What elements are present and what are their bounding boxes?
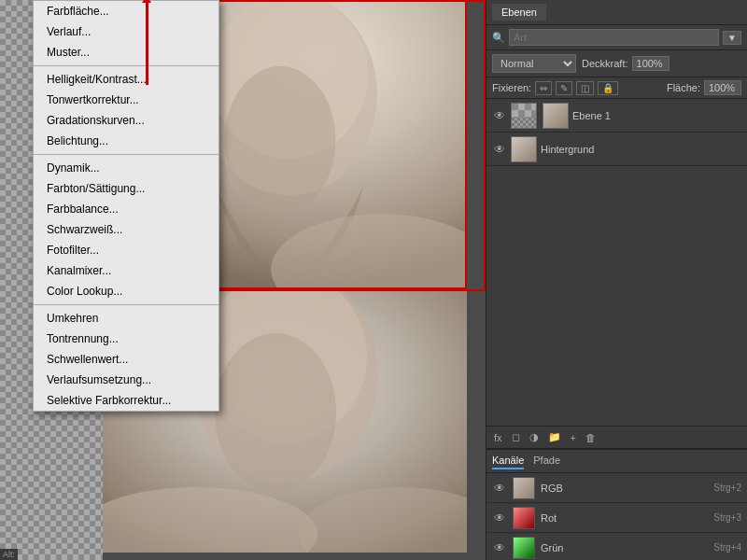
fill-label: Fläche: [667,82,700,93]
layer-thumb-checker-0 [511,103,537,129]
fix-row: Fixieren: ⇔ ✎ ◫ 🔒 Fläche: [486,77,747,99]
layer-item-1[interactable]: 👁 Hintergrund [486,133,747,166]
svg-point-8 [215,333,336,492]
layer-mask-button[interactable]: ◻ [508,429,524,445]
canvas-content: Farbfläche... Verlauf... Muster... Helli… [0,0,486,560]
menu-item-levels[interactable]: Tonwertkorrektur... [34,90,218,110]
channel-name-rgb: RGB [541,483,708,494]
channel-item-green[interactable]: 👁 Grün Strg+4 [486,533,747,560]
channel-name-red: Rot [541,512,708,524]
channel-name-green: Grün [541,542,708,553]
menu-separator-3 [34,304,218,305]
main-container: Farbfläche... Verlauf... Muster... Helli… [0,0,747,560]
fix-all-btn[interactable]: 🔒 [598,81,618,95]
channel-shortcut-rgb: Strg+2 [713,483,741,493]
svg-rect-12 [518,104,525,110]
svg-rect-16 [518,110,525,117]
delete-layer-button[interactable]: 🗑 [582,430,599,445]
fix-pixels-btn[interactable]: ✎ [556,81,572,95]
svg-rect-17 [525,110,531,117]
menu-item-hue-sat[interactable]: Farbton/Sättigung... [34,178,218,199]
channel-thumb-rgb [513,477,535,499]
menu-item-posterize[interactable]: Tontrennung... [34,329,218,349]
channel-eye-rgb[interactable]: 👁 [492,481,507,496]
tab-paths[interactable]: Pfade [533,453,560,469]
svg-rect-13 [525,104,531,110]
opacity-input[interactable] [632,56,669,71]
menu-item-black-white[interactable]: Schwarzweiß... [34,219,218,240]
menu-item-gradient-map[interactable]: Verlaufsumsetzung... [34,370,218,390]
menu-item-selective-color[interactable]: Selektive Farbkorrektur... [34,390,218,411]
channel-item-rgb[interactable]: 👁 RGB Strg+2 [486,473,747,503]
channels-panel: Kanäle Pfade 👁 RGB Strg+2 👁 Rot Strg+3 👁 [486,448,747,560]
menu-item-color-balance[interactable]: Farbbalance... [34,199,218,219]
search-input[interactable] [509,29,719,46]
adjustment-layer-button[interactable]: ◑ [526,429,543,445]
menu-item-photo-filter[interactable]: Fotofilter... [34,240,218,260]
channels-header: Kanäle Pfade [486,450,747,473]
layer-group-button[interactable]: 📁 [544,429,565,445]
menu-item-exposure[interactable]: Belichtung... [34,131,218,151]
fix-transparency-btn[interactable]: ◫ [576,81,594,95]
svg-rect-14 [531,104,537,110]
channel-thumb-red [513,507,535,529]
channel-shortcut-red: Strg+3 [713,512,741,523]
layer-item-0[interactable]: 👁 Ebene 1 [486,99,747,133]
layer-name-1: Hintergrund [541,144,741,155]
menu-item-curves[interactable]: Gradationskurven... [34,110,218,131]
search-icon: 🔍 [492,32,505,44]
menu-item-channel-mixer[interactable]: Kanalmixer... [34,260,218,281]
fill-input[interactable] [704,80,741,95]
layer-eye-0[interactable]: 👁 [492,108,507,123]
blend-mode-dropdown[interactable]: Normal [492,54,576,73]
tab-ebenen[interactable]: Ebenen [492,4,546,21]
channel-eye-green[interactable]: 👁 [492,540,507,555]
menu-separator-1 [34,65,218,66]
right-panel: Ebenen 🔍 ▼ Normal Deckkraft: Fixieren: ⇔… [486,0,747,560]
layers-panel-header: Ebenen [486,0,747,25]
menu-item-gradient[interactable]: Verlauf... [34,21,218,42]
layers-bottom-toolbar: fx ◻ ◑ 📁 + 🗑 [486,426,747,448]
svg-rect-15 [512,110,518,117]
channel-shortcut-green: Strg+4 [713,542,741,553]
menu-separator-2 [34,154,218,155]
menu-item-brightness[interactable]: Helligkeit/Kontrast... [34,69,218,90]
layer-fx-button[interactable]: fx [490,430,506,445]
tab-channels[interactable]: Kanäle [492,453,524,469]
new-layer-button[interactable]: + [567,430,580,445]
dropdown-menu: Farbfläche... Verlauf... Muster... Helli… [33,0,219,412]
layer-thumb-img-0 [543,103,569,129]
canvas-area: Farbfläche... Verlauf... Muster... Helli… [0,0,486,560]
menu-item-solid-color[interactable]: Farbfläche... [34,1,218,21]
mode-row: Normal Deckkraft: [486,50,747,77]
menu-item-invert[interactable]: Umkehren [34,308,218,329]
layers-list: 👁 Ebene 1 [486,99,747,426]
channel-eye-red[interactable]: 👁 [492,511,507,525]
red-arrow [146,1,148,85]
fix-position-btn[interactable]: ⇔ [535,81,552,95]
svg-point-3 [225,66,336,214]
svg-rect-11 [512,104,518,110]
opacity-row: Deckkraft: [582,56,669,71]
search-bar: 🔍 ▼ [486,25,747,50]
search-filter-button[interactable]: ▼ [723,31,741,45]
fix-label: Fixieren: [492,82,531,93]
menu-item-pattern[interactable]: Muster... [34,42,218,63]
canvas-border-right [484,0,486,289]
fix-icons-group: ⇔ ✎ ◫ 🔒 [535,81,618,95]
menu-item-color-lookup[interactable]: Color Lookup... [34,281,218,301]
layer-thumb-1 [511,136,537,162]
opacity-label: Deckkraft: [582,58,628,69]
layer-name-0: Ebene 1 [572,110,741,121]
menu-item-vibrance[interactable]: Dynamik... [34,158,218,178]
svg-rect-18 [531,110,537,117]
size-indicator: Alt: [0,549,18,560]
menu-item-threshold[interactable]: Schwellenwert... [34,349,218,370]
layer-eye-1[interactable]: 👁 [492,142,507,157]
channel-item-red[interactable]: 👁 Rot Strg+3 [486,503,747,533]
channel-thumb-green [513,537,535,559]
